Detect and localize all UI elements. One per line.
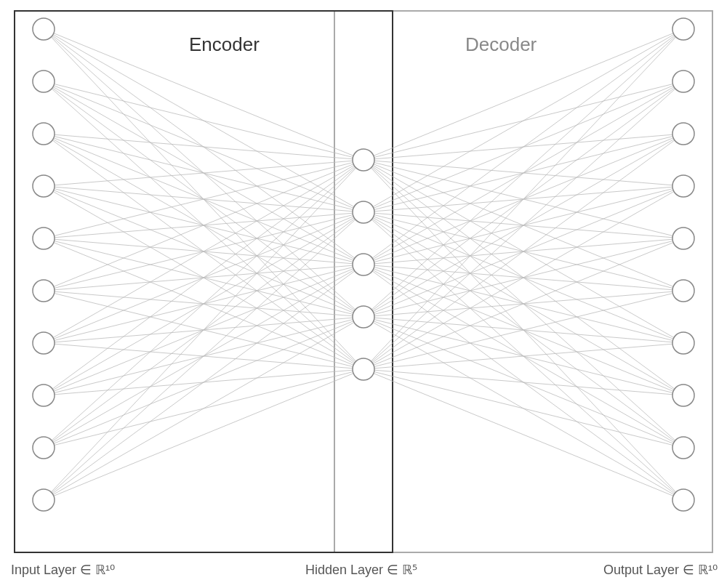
output-node xyxy=(672,227,694,249)
hidden-layer-label: Hidden Layer ∈ ℝ⁵ xyxy=(305,563,417,577)
edge xyxy=(364,29,683,212)
edge xyxy=(44,160,364,448)
output-layer-label: Output Layer ∈ ℝ¹⁰ xyxy=(603,563,718,577)
output-node xyxy=(672,280,694,302)
input-node xyxy=(33,175,55,197)
input-node xyxy=(33,123,55,145)
edge xyxy=(44,160,364,186)
edge xyxy=(364,29,683,265)
hidden-node xyxy=(353,149,374,171)
hidden-node xyxy=(353,201,374,223)
input-node xyxy=(33,280,55,302)
edge xyxy=(44,160,364,500)
input-layer-label: Input Layer ∈ ℝ¹⁰ xyxy=(11,563,115,577)
encoder-box xyxy=(15,11,393,552)
edge xyxy=(44,160,364,395)
edge xyxy=(364,343,683,369)
encoder-label: Encoder xyxy=(189,33,260,55)
edge xyxy=(44,81,364,160)
edge xyxy=(364,186,683,369)
edge xyxy=(364,81,683,369)
output-node xyxy=(672,123,694,145)
output-node xyxy=(672,332,694,354)
output-node xyxy=(672,175,694,197)
output-node xyxy=(672,71,694,92)
input-node xyxy=(33,332,55,354)
input-node xyxy=(33,489,55,511)
input-node xyxy=(33,71,55,92)
hidden-node xyxy=(353,254,374,275)
input-node xyxy=(33,18,55,40)
edge xyxy=(44,317,364,500)
edge xyxy=(44,160,364,291)
decoder-label: Decoder xyxy=(465,33,537,55)
hidden-node xyxy=(353,358,374,380)
edge xyxy=(44,160,364,238)
edge xyxy=(364,369,683,448)
output-node xyxy=(672,437,694,459)
edge xyxy=(364,29,683,369)
edge xyxy=(364,291,683,369)
edge xyxy=(364,369,683,500)
edge xyxy=(364,134,683,369)
output-node xyxy=(672,18,694,40)
edge xyxy=(44,369,364,500)
nodes-group xyxy=(33,18,694,511)
edge xyxy=(44,265,364,500)
edge xyxy=(44,160,364,343)
output-node xyxy=(672,384,694,406)
output-node xyxy=(672,489,694,511)
input-node xyxy=(33,227,55,249)
hidden-node xyxy=(353,306,374,328)
edge xyxy=(44,134,364,160)
input-node xyxy=(33,384,55,406)
edge xyxy=(364,238,683,369)
edge xyxy=(44,212,364,500)
decoder-box xyxy=(334,11,712,552)
edge xyxy=(364,369,683,395)
input-node xyxy=(33,437,55,459)
edge xyxy=(364,29,683,317)
